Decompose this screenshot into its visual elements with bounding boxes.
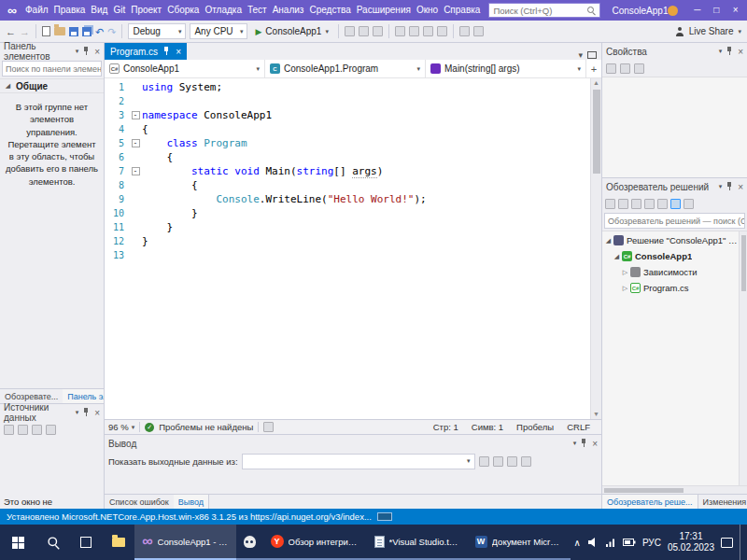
- solution-configurations-dropdown[interactable]: Debug ▾: [128, 23, 186, 39]
- file-explorer-button[interactable]: [102, 525, 134, 560]
- window-list-icon[interactable]: [587, 51, 597, 59]
- solution-platforms-dropdown[interactable]: Any CPU ▾: [190, 23, 247, 39]
- chevron-down-icon[interactable]: ▾: [76, 48, 79, 55]
- code-editor[interactable]: 1using System;23-namespace ConsoleApp14{…: [105, 78, 590, 419]
- toolbar-icon[interactable]: [32, 425, 42, 435]
- scrollbar-thumb[interactable]: [741, 235, 746, 291]
- toolbar-icon[interactable]: [373, 26, 383, 36]
- taskbar-app-yandex-browser[interactable]: YОбзор интегриров...: [263, 525, 367, 560]
- task-view-button[interactable]: [69, 525, 102, 560]
- navigate-back-icon[interactable]: ←: [6, 25, 16, 38]
- output-content[interactable]: [105, 470, 601, 494]
- show-all-files-icon[interactable]: [644, 199, 655, 209]
- tree-item[interactable]: ◢C#ConsoleApp1: [602, 248, 739, 264]
- start-debugging-button[interactable]: ▶ ConsoleApp1 ▾: [251, 26, 331, 36]
- language-indicator[interactable]: РУС: [642, 538, 661, 548]
- menu-item[interactable]: Правка: [51, 0, 89, 21]
- taskbar-app-word[interactable]: WДокумент Microso...: [468, 525, 571, 560]
- menu-item[interactable]: Расширения: [354, 0, 414, 21]
- chevron-down-icon[interactable]: ▾: [719, 48, 723, 55]
- code-line[interactable]: 10 }: [105, 206, 590, 220]
- toolbar-icon[interactable]: [395, 26, 405, 36]
- refresh-icon[interactable]: [618, 199, 628, 209]
- code-line[interactable]: 8 {: [105, 178, 590, 192]
- toolbar-icon[interactable]: [345, 26, 355, 36]
- scrollbar-thumb[interactable]: [593, 90, 600, 174]
- pin-icon[interactable]: [580, 439, 588, 448]
- solution-horizontal-scrollbar[interactable]: [602, 485, 747, 494]
- code-line[interactable]: 11 }: [105, 220, 590, 234]
- fold-toggle[interactable]: -: [129, 136, 142, 150]
- menu-item[interactable]: Справка: [441, 0, 483, 21]
- zoom-control[interactable]: 96 % ▾: [108, 422, 134, 432]
- panel-tab[interactable]: Обозреватель реше...: [602, 495, 698, 509]
- close-icon[interactable]: ×: [176, 47, 181, 57]
- expander-icon[interactable]: ◢: [613, 253, 621, 260]
- scrollbar-thumb[interactable]: [604, 488, 684, 493]
- toolbar-icon[interactable]: [4, 425, 14, 435]
- tree-item[interactable]: ▷Зависимости: [602, 264, 739, 280]
- code-line[interactable]: 5- class Program: [105, 136, 590, 150]
- toolbar-icon[interactable]: [437, 26, 447, 36]
- chevron-down-icon[interactable]: ▾: [573, 440, 577, 447]
- minimize-button[interactable]: ─: [687, 0, 707, 21]
- navigate-forward-icon[interactable]: →: [20, 25, 30, 38]
- menu-item[interactable]: Тест: [245, 0, 270, 21]
- show-desktop-button[interactable]: [740, 525, 743, 560]
- pin-icon[interactable]: [162, 47, 171, 56]
- quick-launch-search[interactable]: Поиск (Ctrl+Q): [488, 3, 600, 18]
- close-icon[interactable]: ×: [738, 47, 743, 57]
- chevron-down-icon[interactable]: ▾: [578, 50, 583, 60]
- save-icon[interactable]: [69, 27, 78, 36]
- new-file-icon[interactable]: [42, 26, 50, 36]
- menu-item[interactable]: Отладка: [202, 0, 245, 21]
- tree-item[interactable]: ▷C#Program.cs: [602, 280, 739, 296]
- menu-item[interactable]: Проект: [128, 0, 164, 21]
- maximize-button[interactable]: □: [707, 0, 726, 21]
- panel-tab[interactable]: Вывод: [174, 495, 209, 509]
- close-button[interactable]: ×: [726, 0, 745, 21]
- breadcrumb-dropdown[interactable]: C#ConsoleApp1▾: [105, 60, 265, 77]
- network-icon[interactable]: [605, 537, 616, 548]
- home-icon[interactable]: [605, 199, 615, 209]
- clear-all-icon[interactable]: [493, 456, 503, 467]
- code-cleanup-icon[interactable]: [263, 422, 274, 432]
- code-line[interactable]: 13: [105, 248, 590, 262]
- solution-vertical-scrollbar[interactable]: [739, 231, 747, 485]
- redo-icon[interactable]: ↷: [107, 25, 116, 38]
- code-line[interactable]: 12}: [105, 234, 590, 248]
- toolbar-icon[interactable]: [409, 26, 419, 36]
- taskbar-search-button[interactable]: [36, 525, 69, 560]
- breadcrumb-dropdown[interactable]: Main(string[] args)▾: [426, 60, 586, 77]
- breadcrumb-dropdown[interactable]: CConsoleApp1.Program▾: [265, 60, 426, 77]
- health-check-icon[interactable]: ✓: [145, 423, 154, 432]
- open-file-icon[interactable]: [54, 27, 65, 35]
- code-line[interactable]: 9 Console.WriteLine("Hello World!");: [105, 192, 590, 206]
- find-icon[interactable]: [479, 456, 489, 467]
- sync-with-active-document-icon[interactable]: [670, 199, 681, 209]
- chevron-down-icon[interactable]: ▾: [719, 183, 723, 190]
- code-line[interactable]: 1using System;: [105, 80, 590, 94]
- menu-item[interactable]: Вид: [88, 0, 110, 21]
- menu-item[interactable]: Git: [110, 0, 128, 21]
- taskbar-clock[interactable]: 17:31 05.02.2023: [668, 531, 714, 554]
- code-line[interactable]: 7- static void Main(string[] args): [105, 164, 590, 178]
- wrench-icon[interactable]: [684, 199, 694, 209]
- scroll-down-icon[interactable]: ▼: [593, 410, 599, 419]
- toolbar-icon[interactable]: [423, 26, 433, 36]
- undo-icon[interactable]: ↶: [95, 25, 104, 38]
- pin-icon[interactable]: [726, 182, 734, 191]
- action-center-icon[interactable]: [721, 538, 733, 548]
- battery-icon[interactable]: [623, 538, 636, 547]
- pin-icon[interactable]: [726, 47, 734, 56]
- expander-icon[interactable]: ◢: [604, 237, 613, 245]
- scroll-up-icon[interactable]: ▲: [593, 78, 599, 88]
- property-pages-icon[interactable]: [634, 63, 644, 74]
- menu-item[interactable]: Окно: [414, 0, 441, 21]
- menu-item[interactable]: Средства: [306, 0, 353, 21]
- collapse-box-icon[interactable]: -: [132, 139, 140, 147]
- tree-item[interactable]: ◢Решение "ConsoleApp1" (проекты: 1 из 1): [602, 232, 739, 248]
- toolbar-icon[interactable]: [46, 425, 56, 435]
- code-line[interactable]: 2: [105, 94, 590, 108]
- editor-vertical-scrollbar[interactable]: ▲ ▼: [590, 78, 601, 419]
